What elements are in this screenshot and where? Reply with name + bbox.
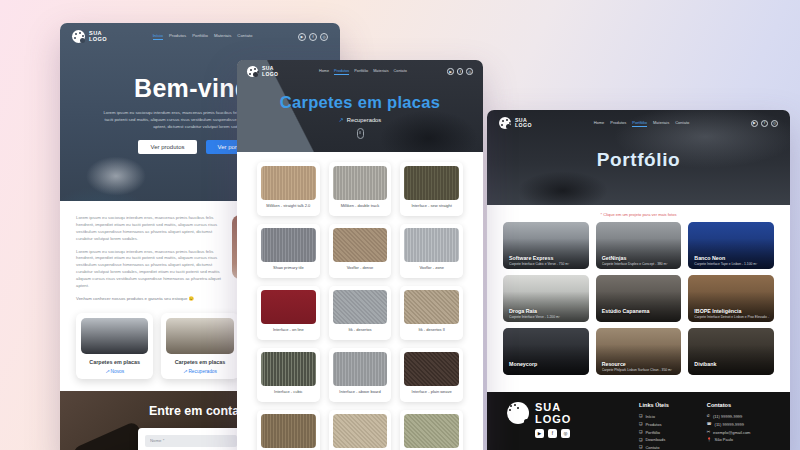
- footer-links-title: Links Úteis: [639, 402, 669, 408]
- portfolio-logo[interactable]: SUALOGO: [499, 117, 532, 129]
- swatch-card[interactable]: Milliken - straight talk 2.0: [257, 162, 320, 216]
- about-paragraph-2: Lorem ipsum eu sociosqu interdum eros, m…: [76, 249, 224, 290]
- project-card-getninjas[interactable]: GetNinjas Carpete Interface Duplex e Con…: [596, 222, 682, 269]
- nav-item-contato[interactable]: Contato: [394, 69, 407, 75]
- project-card-divibank[interactable]: Divibank: [688, 328, 774, 375]
- palette-logo-icon: [499, 117, 511, 129]
- project-name: GetNinjas: [602, 255, 627, 261]
- swatch-photo: [333, 166, 388, 200]
- swatch-card[interactable]: Interface - cubic: [257, 348, 320, 402]
- footer-link-contato[interactable]: ❏Contato: [639, 444, 669, 450]
- swatch-card[interactable]: Interface - B1: [400, 410, 463, 450]
- facebook-icon[interactable]: f: [457, 68, 464, 75]
- footer-link-portfolio[interactable]: ❏Portfólio: [639, 429, 669, 437]
- nav-item-produtos[interactable]: Produtos: [169, 33, 186, 40]
- swatch-photo: [404, 352, 459, 386]
- portfolio-page-mockup: SUALOGO Home Produtos Portfólio Materiai…: [487, 110, 790, 450]
- palette-logo-icon: [507, 402, 529, 424]
- download-icon: ❏: [639, 437, 642, 444]
- product-link[interactable]: ↗ Recuperados: [166, 369, 233, 374]
- instagram-icon[interactable]: ◎: [466, 68, 473, 75]
- project-card-software-express[interactable]: Software Express Carpete Interface Cubic…: [503, 222, 589, 269]
- nav-item-home[interactable]: Home: [319, 69, 329, 75]
- nav-item-inicio[interactable]: Início: [153, 33, 163, 40]
- project-card-ibope[interactable]: IBOPE Inteligência Carpete Interface Det…: [688, 275, 774, 322]
- products-page-mockup: SUALOGO Home Produtos Portfólio Materiai…: [237, 60, 483, 450]
- instagram-icon[interactable]: ◎: [771, 120, 778, 127]
- footer-email[interactable]: ✉exemplo@gmail.com: [707, 429, 751, 437]
- palette-logo-icon: [247, 66, 258, 77]
- footer-location[interactable]: 📍São Paulo: [707, 436, 751, 444]
- products-subtitle[interactable]: ↗ Recuperados: [237, 116, 483, 123]
- nav-item-contato[interactable]: Contato: [237, 33, 252, 40]
- instagram-icon[interactable]: ◎: [561, 429, 570, 438]
- footer-phone[interactable]: ☎(11) 99999-9999: [707, 421, 751, 429]
- page-icon: ❏: [639, 413, 642, 420]
- swatch-card[interactable]: Itk - desertos II: [400, 286, 463, 340]
- instagram-icon[interactable]: ◎: [320, 33, 328, 41]
- facebook-icon[interactable]: f: [309, 33, 317, 41]
- nav-item-portfolio[interactable]: Portfólio: [632, 120, 647, 127]
- portfolio-social-links: ▶ f ◎: [751, 120, 778, 127]
- project-card-resource[interactable]: Resource Carpete Philpark Lisbon Surface…: [596, 328, 682, 375]
- swatch-card[interactable]: Interface - sew straight: [400, 162, 463, 216]
- project-card-moneycorp[interactable]: Moneycorp: [503, 328, 589, 375]
- youtube-icon[interactable]: ▶: [751, 120, 758, 127]
- name-field[interactable]: [145, 435, 237, 447]
- footer-whatsapp[interactable]: ✆(11) 99999-9999: [707, 413, 751, 421]
- project-desc: Carpete Interface Tape e Lisbon - 1.100 …: [694, 262, 770, 266]
- swatch-card[interactable]: Voxflor - dense: [329, 224, 392, 278]
- products-logo[interactable]: SUALOGO: [247, 66, 278, 77]
- swatch-card[interactable]: Belgotex: [257, 410, 320, 450]
- swatch-card[interactable]: Milliken - double track: [329, 162, 392, 216]
- footer-link-inicio[interactable]: ❏Início: [639, 413, 669, 421]
- project-name: Estúdio Capanema: [602, 308, 650, 314]
- swatch-card[interactable]: Itk - desertos: [329, 286, 392, 340]
- facebook-icon[interactable]: f: [548, 429, 557, 438]
- project-card-banco-neon[interactable]: Banco Neon Carpete Interface Tape e Lisb…: [688, 222, 774, 269]
- product-card-placas-recuperados[interactable]: Carpetes em placas ↗ Recuperados: [161, 313, 238, 379]
- scroll-mouse-icon: [357, 128, 364, 139]
- whatsapp-icon: ✆: [707, 413, 710, 420]
- youtube-icon[interactable]: ▶: [298, 33, 306, 41]
- products-hero: SUALOGO Home Produtos Portfólio Materiai…: [237, 60, 483, 152]
- home-header: SUALOGO Início Produtos Portfólio Materi…: [60, 23, 340, 50]
- nav-item-portfolio[interactable]: Portfólio: [354, 69, 368, 75]
- swatch-card[interactable]: Shaw primary tile: [257, 224, 320, 278]
- palette-logo-icon: [72, 30, 85, 43]
- nav-item-produtos[interactable]: Produtos: [610, 120, 626, 127]
- project-card-droga-raia[interactable]: Droga Raia Carpete Interface Verve - 1.2…: [503, 275, 589, 322]
- swatch-card[interactable]: Interface - on line: [257, 286, 320, 340]
- ver-produtos-button[interactable]: Ver produtos: [138, 140, 196, 154]
- footer-link-downloads[interactable]: ❏Downloads: [639, 436, 669, 444]
- youtube-icon[interactable]: ▶: [535, 429, 544, 438]
- footer-link-produtos[interactable]: ❏Produtos: [639, 421, 669, 429]
- nav-item-home[interactable]: Home: [594, 120, 605, 127]
- nav-item-portfolio[interactable]: Portfólio: [192, 33, 208, 40]
- swatch-card[interactable]: Interface - visual blind: [329, 410, 392, 450]
- nav-item-produtos[interactable]: Produtos: [334, 69, 349, 75]
- footer-social-links: ▶ f ◎: [535, 429, 571, 438]
- products-title: Carpetes em placas: [237, 93, 483, 112]
- nav-item-contato[interactable]: Contato: [675, 120, 689, 127]
- swatch-photo: [404, 166, 459, 200]
- product-title: Carpetes em placas: [166, 359, 233, 365]
- nav-item-materiais[interactable]: Materiais: [373, 69, 388, 75]
- nav-item-materiais[interactable]: Materiais: [214, 33, 231, 40]
- home-logo[interactable]: SUALOGO: [72, 30, 107, 43]
- facebook-icon[interactable]: f: [761, 120, 768, 127]
- project-name: Software Express: [509, 255, 553, 261]
- swatch-photo: [261, 352, 316, 386]
- swatch-card[interactable]: Interface - above board: [329, 348, 392, 402]
- project-card-estudio-capanema[interactable]: Estúdio Capanema: [596, 275, 682, 322]
- product-link[interactable]: ↗ Novos: [81, 369, 148, 374]
- footer-links-column: Links Úteis ❏Início ❏Produtos ❏Portfólio…: [639, 402, 669, 450]
- swatch-card[interactable]: Voxflor - zone: [400, 224, 463, 278]
- product-card-placas-novos[interactable]: Carpetes em placas ↗ Novos: [76, 313, 153, 379]
- nav-item-materiais[interactable]: Materiais: [653, 120, 669, 127]
- arrow-up-right-icon: ↗: [105, 369, 109, 374]
- youtube-icon[interactable]: ▶: [447, 68, 454, 75]
- swatch-photo: [404, 228, 459, 262]
- swatch-card[interactable]: Interface - plain weave: [400, 348, 463, 402]
- pin-icon: 📍: [707, 437, 712, 444]
